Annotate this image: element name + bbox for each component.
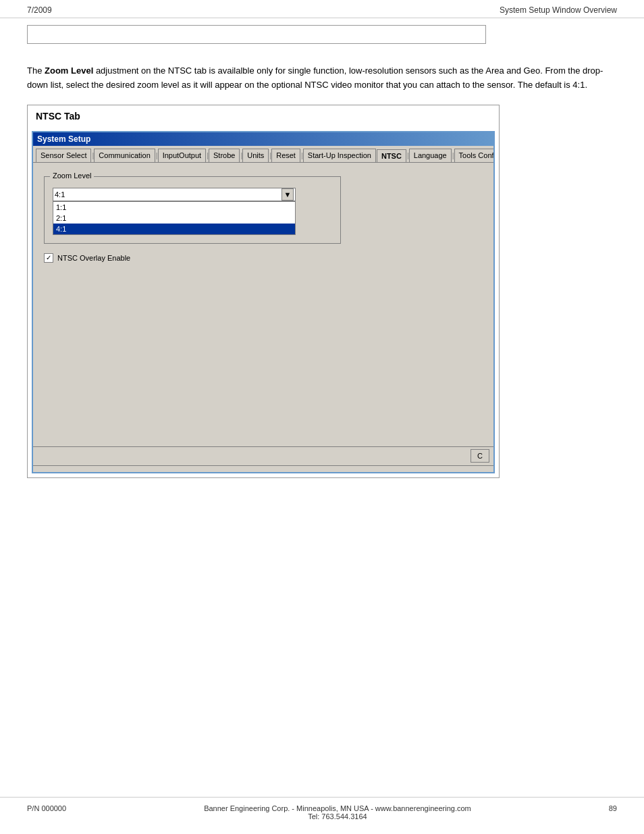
tab-inputoutput[interactable]: InputOutput	[158, 149, 207, 162]
top-input-area	[0, 18, 644, 51]
page-header: 7/2009 System Setup Window Overview	[0, 0, 644, 18]
window-bottom-bar: C	[33, 446, 493, 465]
desc-part2: adjustment on the NTSC tab is availalble…	[27, 66, 603, 90]
main-content: The Zoom Level adjustment on the NTSC ta…	[0, 51, 644, 485]
ok-button[interactable]: C	[471, 449, 489, 463]
zoom-level-group: Zoom Level 4:1 ▼ 1:1 2:1	[44, 176, 341, 244]
system-setup-titlebar: System Setup	[33, 132, 493, 146]
zoom-option-2-1[interactable]: 2:1	[53, 213, 295, 224]
zoom-dropdown-arrow[interactable]: ▼	[281, 188, 294, 201]
zoom-selected-value: 4:1	[55, 190, 65, 199]
tab-strobe[interactable]: Strobe	[209, 149, 240, 162]
desc-bold: Zoom Level	[45, 66, 93, 76]
ntsc-tab-box: NTSC Tab System Setup Sensor Select | Co…	[27, 105, 500, 478]
zoom-option-1-1[interactable]: 1:1	[53, 202, 295, 213]
ok-button-label: C	[477, 452, 483, 460]
ntsc-overlay-label: NTSC Overlay Enable	[57, 254, 130, 262]
tab-tools[interactable]: Tools Configura...	[454, 149, 493, 162]
ntsc-tab-content: Zoom Level 4:1 ▼ 1:1 2:1	[33, 163, 493, 446]
tab-startup[interactable]: Start-Up Inspection	[303, 149, 376, 162]
header-title: System Setup Window Overview	[500, 5, 617, 15]
window-bottom-strip	[33, 465, 493, 472]
zoom-level-label: Zoom Level	[50, 172, 94, 180]
ntsc-overlay-checkbox[interactable]: ✓	[44, 253, 53, 263]
footer-company: Banner Engineering Corp. - Minneapolis, …	[204, 804, 471, 812]
tab-communication[interactable]: Communication	[94, 149, 155, 162]
footer-part-number: P/N 000000	[27, 804, 66, 812]
system-setup-window: System Setup Sensor Select | Communicati…	[32, 131, 495, 473]
ntsc-tab-title: NTSC Tab	[28, 105, 499, 127]
page-footer: P/N 000000 Banner Engineering Corp. - Mi…	[0, 797, 644, 820]
desc-part1: The	[27, 66, 45, 76]
header-date: 7/2009	[27, 5, 52, 15]
checkbox-checkmark: ✓	[46, 255, 51, 261]
tab-reset[interactable]: Reset	[271, 149, 300, 162]
zoom-option-4-1[interactable]: 4:1	[53, 224, 295, 234]
ntsc-overlay-row: ✓ NTSC Overlay Enable	[44, 253, 483, 263]
tab-units[interactable]: Units	[242, 149, 269, 162]
footer-page-number: 89	[609, 804, 617, 812]
top-input-bar[interactable]	[27, 25, 486, 44]
dropdown-arrow-icon: ▼	[284, 190, 292, 199]
description-paragraph: The Zoom Level adjustment on the NTSC ta…	[27, 64, 617, 93]
tabs-row: Sensor Select | Communication | InputOut…	[33, 146, 493, 163]
tab-language[interactable]: Language	[409, 149, 452, 162]
footer-center: Banner Engineering Corp. - Minneapolis, …	[204, 804, 471, 820]
zoom-dropdown-row: 4:1 ▼	[53, 188, 332, 201]
tab-sensor-select[interactable]: Sensor Select	[36, 149, 91, 162]
footer-tel: Tel: 763.544.3164	[204, 812, 471, 820]
zoom-dropdown-list: 1:1 2:1 4:1	[53, 201, 296, 235]
zoom-dropdown[interactable]: 4:1 ▼	[53, 188, 296, 201]
tab-ntsc[interactable]: NTSC	[377, 149, 406, 163]
